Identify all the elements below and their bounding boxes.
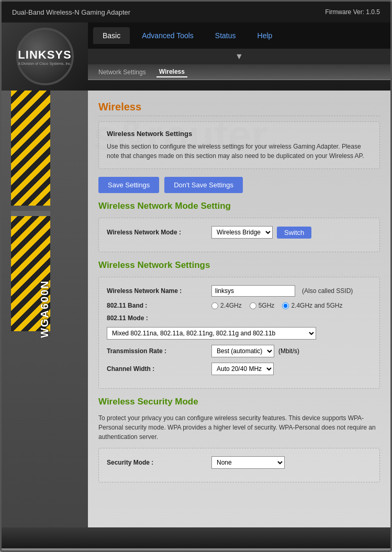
mode-section-title: Wireless Network Mode Setting (98, 201, 380, 211)
band-row: 802.11 Band : 2.4GHz 5GHz 2.4GHz and 5GH… (107, 302, 372, 309)
mode-select[interactable]: Mixed 802.11na, 802.11a, 802.11ng, 802.1… (107, 327, 316, 340)
product-name: Dual-Band Wireless-N Gaming Adapter (12, 8, 130, 16)
security-mode-label: Security Mode : (107, 459, 211, 466)
mode-controls: Wireless Bridge Infrastructure Switch (211, 226, 311, 239)
logo-area: LINKSYS A Division of Cisco Systems, Inc… (2, 22, 88, 91)
mode-label: Wireless Network Mode : (107, 229, 211, 236)
ssid-note: (Also called SSID) (302, 287, 353, 295)
sidebar-stripe-top (11, 91, 50, 206)
network-name-label: Wireless Network Name : (107, 287, 211, 295)
channel-width-controls: Auto 20/40 MHz 20 MHz Only (211, 363, 274, 375)
network-name-row: Wireless Network Name : (Also called SSI… (107, 285, 372, 297)
tab-help[interactable]: Help (248, 27, 282, 44)
channel-width-select[interactable]: Auto 20/40 MHz 20 MHz Only (211, 363, 274, 375)
sub-nav-wireless[interactable]: Wireless (156, 67, 187, 77)
channel-width-label: Channel Width : (107, 365, 211, 373)
mode-row: 802.11 Mode : (107, 314, 372, 322)
main-nav: Basic Advanced Tools Status Help (88, 22, 390, 49)
tab-status[interactable]: Status (206, 27, 245, 44)
tx-rate-select[interactable]: Best (automatic) 1 2 5.5 11 54 (211, 345, 274, 357)
tab-advanced-tools[interactable]: Advanced Tools (132, 27, 203, 44)
band-radio-group: 2.4GHz 5GHz 2.4GHz and 5GHz (211, 302, 342, 309)
band-5ghz-label[interactable]: 5GHz (250, 302, 275, 309)
sub-nav: Network Settings Wireless (88, 64, 390, 80)
network-settings-title: Wireless Network Settings (107, 130, 372, 138)
security-description: To protect your privacy you can configur… (98, 413, 380, 442)
wireless-mode-select[interactable]: Wireless Bridge Infrastructure (211, 226, 273, 239)
network-settings-box: Wireless Network Settings Use this secti… (98, 121, 380, 169)
button-row: Save Settings Don't Save Settings (98, 177, 380, 193)
channel-width-row: Channel Width : Auto 20/40 MHz 20 MHz On… (107, 363, 372, 375)
network-settings-form-box: Wireless Network Name : (Also called SSI… (98, 277, 380, 389)
tx-rate-label: Transmission Rate : (107, 347, 211, 355)
sub-nav-network-settings[interactable]: Network Settings (96, 67, 149, 77)
wireless-mode-row: Wireless Network Mode : Wireless Bridge … (107, 226, 372, 239)
logo-circle: LINKSYS A Division of Cisco Systems, Inc… (16, 28, 74, 85)
content-area: s&router Wireless Wireless Network Setti… (88, 91, 390, 527)
nav-arrow-bar: ▼ (88, 49, 390, 64)
tx-rate-unit: (Mbit/s) (278, 347, 299, 355)
security-mode-controls: None WPA Personal WPA2 Personal WPA Ente… (211, 456, 285, 469)
mode-label2: 802.11 Mode : (107, 314, 211, 322)
tx-rate-row: Transmission Rate : Best (automatic) 1 2… (107, 345, 372, 357)
arrow-down-icon: ▼ (235, 52, 243, 61)
page-title: Wireless (98, 101, 380, 113)
tx-rate-controls: Best (automatic) 1 2 5.5 11 54 (Mbit/s) (211, 345, 299, 357)
security-mode-box: Security Mode : None WPA Personal WPA2 P… (98, 448, 380, 482)
network-name-controls: (Also called SSID) (211, 285, 353, 297)
band-2.4ghz-radio[interactable] (211, 302, 218, 309)
security-mode-row: Security Mode : None WPA Personal WPA2 P… (107, 456, 372, 469)
mode-setting-box: Wireless Network Mode : Wireless Bridge … (98, 218, 380, 252)
brand-sub: A Division of Cisco Systems, Inc. (18, 62, 72, 65)
bottom-strip (2, 527, 390, 548)
network-name-input[interactable] (211, 285, 295, 297)
security-section-title: Wireless Security Mode (98, 397, 380, 407)
band-label: 802.11 Band : (107, 302, 211, 309)
sidebar-stripe-bottom (11, 216, 50, 331)
brand-logo: LINKSYS (18, 48, 71, 62)
nav-area: Basic Advanced Tools Status Help ▼ Netwo… (88, 22, 390, 91)
dont-save-settings-button[interactable]: Don't Save Settings (164, 177, 243, 193)
band-both-radio[interactable] (282, 302, 289, 309)
tab-basic[interactable]: Basic (93, 27, 130, 44)
network-settings-section-title: Wireless Network Settings (98, 260, 380, 271)
firmware-version: Firmware Ver: 1.0.5 (325, 8, 380, 16)
band-2.4ghz-label[interactable]: 2.4GHz (211, 302, 242, 309)
switch-button[interactable]: Switch (277, 227, 311, 239)
save-settings-button[interactable]: Save Settings (98, 177, 159, 193)
security-mode-select[interactable]: None WPA Personal WPA2 Personal WPA Ente… (211, 456, 285, 469)
band-5ghz-radio[interactable] (250, 302, 256, 309)
description-text: Use this section to configure the wirele… (107, 142, 372, 161)
mode-select-row: Mixed 802.11na, 802.11a, 802.11ng, 802.1… (107, 327, 372, 340)
header-bar: Dual-Band Wireless-N Gaming Adapter Firm… (2, 2, 390, 22)
band-both-label[interactable]: 2.4GHz and 5GHz (282, 302, 342, 309)
